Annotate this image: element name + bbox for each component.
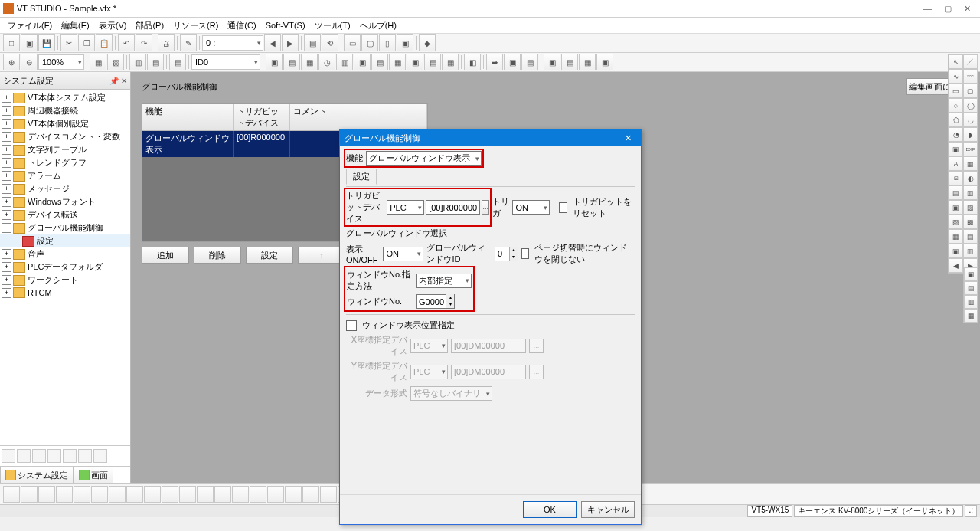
menu-edit[interactable]: 編集(E) [57,18,94,33]
tp-a-icon[interactable]: ▤ [949,185,963,200]
bb8-icon[interactable] [126,486,143,503]
prev-icon[interactable]: ◀ [264,34,281,51]
trig-dev-type[interactable]: PLC [387,200,424,215]
tree-item[interactable]: -グローバル機能制御 [0,221,130,234]
bb12-icon[interactable] [197,486,214,503]
tree-item[interactable]: +VT本体システム設定 [0,91,130,104]
pin-icon[interactable]: 📌 ✕ [109,77,127,85]
tp-fill-icon[interactable]: ◐ [963,171,978,185]
tb-f-icon[interactable]: ▣ [397,34,413,51]
print-icon[interactable]: 🖨 [158,34,175,51]
dialog-close-icon[interactable]: ✕ [619,133,636,143]
select-all-icon[interactable]: ▦ [90,54,106,70]
add-button[interactable]: 追加 [142,247,189,264]
winno-spin[interactable]: G0000 [416,294,455,309]
tp-c-icon[interactable]: ▣ [949,200,963,215]
tp-circle-icon[interactable]: ○ [949,98,963,113]
tb-g-icon[interactable]: ◆ [419,34,436,51]
lang-icon[interactable]: ▤ [169,54,186,70]
menu-help[interactable]: ヘルプ(H) [355,18,401,33]
grid-a-icon[interactable]: ▥ [129,54,146,70]
t2n-icon[interactable]: ▣ [504,54,521,70]
zoom-out-icon[interactable]: ⊖ [21,54,38,70]
open-icon[interactable]: ▣ [21,34,38,51]
maximize-button[interactable]: ▢ [944,4,952,14]
t2r-icon[interactable]: ▦ [579,54,596,70]
dialog-title-bar[interactable]: グローバル機能制御 ✕ [340,129,641,146]
tree-item[interactable]: +デバイス転送 [0,208,130,221]
tp-rect-icon[interactable]: ▭ [949,84,963,98]
tp-i-icon[interactable]: ▣ [949,244,963,258]
bb15-icon[interactable] [250,486,266,503]
id-combo[interactable]: ID0 [191,54,260,70]
tree-item[interactable]: +Windowsフォント [0,195,130,208]
tp-arrow-icon[interactable]: ↖ [949,54,963,69]
tp-d-icon[interactable]: ▧ [963,200,978,215]
tree-toggle-icon[interactable]: + [2,249,11,259]
tree-item[interactable]: +アラーム [0,169,130,182]
bb13-icon[interactable] [214,486,231,503]
tp-e-icon[interactable]: ▨ [949,215,963,229]
bb5-icon[interactable] [74,486,90,503]
t2i-icon[interactable]: ▣ [407,54,423,70]
bb16-icon[interactable] [267,486,284,503]
paste-icon[interactable]: 📋 [96,34,113,51]
tp-b-icon[interactable]: ▥ [963,185,978,200]
screen-combo[interactable]: 0 : [202,35,263,51]
t2s-icon[interactable]: ▣ [596,54,613,70]
menu-file[interactable]: ファイル(F) [3,18,57,33]
menu-softvt[interactable]: Soft-VT(S) [261,19,310,31]
bb9-icon[interactable] [144,486,161,503]
tree-item[interactable]: +音声 [0,247,130,261]
t2h-icon[interactable]: ▦ [389,54,406,70]
zoom-in-icon[interactable]: ⊕ [3,54,20,70]
tree-toggle-icon[interactable]: + [2,262,11,272]
next-icon[interactable]: ▶ [282,34,299,51]
tree-toggle-icon[interactable]: + [2,132,11,142]
st6-icon[interactable] [78,449,92,463]
bb4-icon[interactable] [56,486,73,503]
minimize-button[interactable]: — [923,4,932,14]
tb-b-icon[interactable]: ⟲ [322,34,338,51]
st7-icon[interactable] [93,449,107,463]
tree-toggle-icon[interactable]: + [2,106,11,116]
tree-toggle-icon[interactable]: + [2,171,11,181]
tp-pic-icon[interactable]: ▣ [949,142,963,156]
col-trig[interactable]: トリガビットデバイス [234,104,290,130]
trig-select[interactable]: ON [512,200,550,215]
tp-poly-icon[interactable]: ⬠ [949,113,963,127]
st5-icon[interactable] [63,449,77,463]
tp-dxf-icon[interactable]: DXF [963,142,978,156]
tree-toggle-icon[interactable]: + [2,119,11,129]
mp1-icon[interactable]: ▣ [964,267,978,281]
tp-arc-icon[interactable]: ◡ [963,113,978,127]
bb14-icon[interactable] [232,486,249,503]
t2l-icon[interactable]: ◧ [464,54,481,70]
t2e-icon[interactable]: ▥ [336,54,353,70]
tp-g-icon[interactable]: ▦ [949,229,963,244]
tree-toggle-icon[interactable]: + [2,158,11,168]
menu-comm[interactable]: 通信(C) [223,18,260,33]
grid-b-icon[interactable]: ▤ [147,54,164,70]
t2f-icon[interactable]: ▣ [354,54,371,70]
tree-toggle-icon[interactable]: + [2,184,11,194]
tp-scale-icon[interactable]: ⧇ [949,171,963,185]
tree-item[interactable]: +VT本体個別設定 [0,117,130,130]
tab-screen[interactable]: 画面 [74,467,113,483]
bb1-icon[interactable] [3,486,20,503]
col-comment[interactable]: コメント [290,104,427,130]
redo-icon[interactable]: ↷ [136,34,152,51]
tb-c-icon[interactable]: ▭ [344,34,361,51]
tree-item[interactable]: +文字列テーブル [0,143,130,156]
tree-toggle-icon[interactable]: + [2,275,11,285]
tree-item[interactable]: +メッセージ [0,182,130,195]
bb7-icon[interactable] [109,486,126,503]
tree-toggle-icon[interactable]: + [2,210,11,220]
menu-parts[interactable]: 部品(P) [131,18,168,33]
tb-d-icon[interactable]: ▢ [361,34,378,51]
page-keep-checkbox[interactable] [521,248,529,259]
cut-icon[interactable]: ✂ [60,34,77,51]
mp4-icon[interactable]: ▦ [964,309,978,323]
tree-item[interactable]: +RTCM [0,287,130,299]
t2o-icon[interactable]: ▤ [521,54,538,70]
